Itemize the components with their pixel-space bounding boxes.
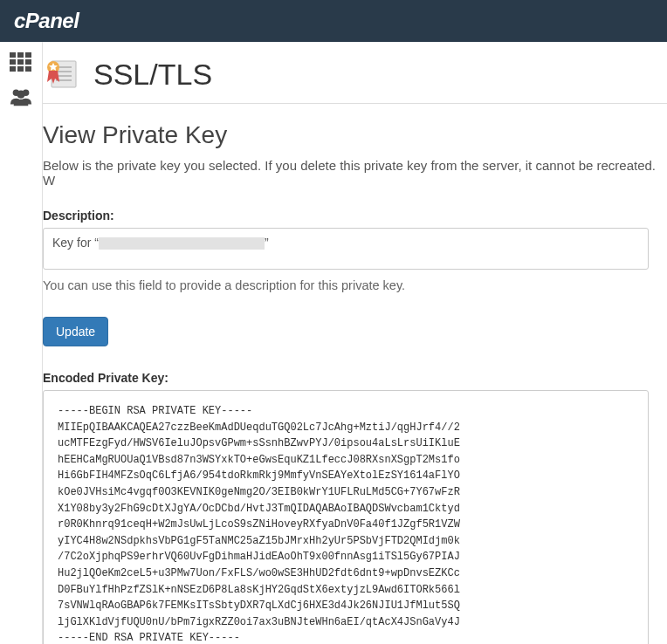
encoded-label: Encoded Private Key: <box>43 371 667 385</box>
encoded-key-box[interactable]: -----BEGIN RSA PRIVATE KEY----- MIIEpQIB… <box>43 390 649 644</box>
sidebar <box>0 42 42 644</box>
users-icon[interactable] <box>9 87 33 106</box>
description-label: Description: <box>43 209 667 223</box>
layout: SSL/TLS View Private Key Below is the pr… <box>0 42 667 644</box>
topbar: cPanel <box>0 0 667 42</box>
svg-rect-0 <box>10 52 16 58</box>
description-input[interactable]: Key for “” <box>43 228 649 270</box>
svg-rect-7 <box>17 66 24 72</box>
update-button[interactable]: Update <box>43 317 108 346</box>
description-help: You can use this field to provide a desc… <box>43 278 667 292</box>
redacted-domain <box>99 237 265 250</box>
desc-suffix: ” <box>265 236 269 250</box>
svg-rect-3 <box>10 59 16 65</box>
page-header: SSL/TLS <box>43 56 667 103</box>
svg-point-11 <box>17 91 24 99</box>
page-title: SSL/TLS <box>93 58 212 92</box>
main: SSL/TLS View Private Key Below is the pr… <box>42 42 667 644</box>
svg-rect-1 <box>17 52 24 58</box>
lead-text: Below is the private key you selected. I… <box>43 158 667 188</box>
svg-rect-8 <box>25 66 31 72</box>
apps-grid-icon[interactable] <box>9 52 33 72</box>
brand-logo: cPanel <box>14 9 79 33</box>
svg-rect-4 <box>17 59 24 65</box>
svg-rect-6 <box>10 66 16 72</box>
svg-rect-5 <box>25 59 31 65</box>
brand-text: cPanel <box>14 9 79 32</box>
svg-rect-2 <box>25 52 31 58</box>
section-title: View Private Key <box>43 121 667 149</box>
divider <box>43 103 667 104</box>
certificate-icon <box>43 56 79 92</box>
desc-prefix: Key for “ <box>52 236 99 250</box>
content: View Private Key Below is the private ke… <box>43 121 667 644</box>
